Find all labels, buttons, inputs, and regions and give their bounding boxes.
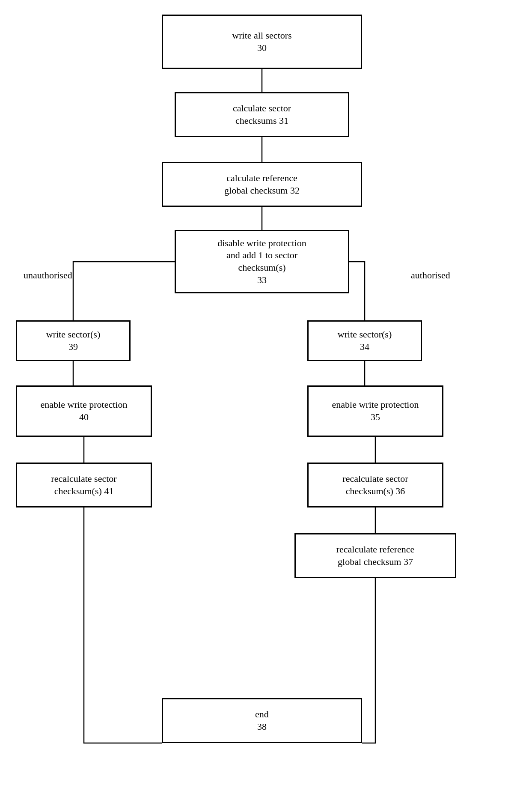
box-write-sectors-left: write sector(s)39 xyxy=(16,320,131,361)
box-write-all-sectors-label: write all sectors30 xyxy=(232,30,291,54)
box-recalculate-left: recalculate sectorchecksum(s) 41 xyxy=(16,463,152,507)
box-enable-write-right: enable write protection35 xyxy=(307,385,443,437)
box-enable-write-left: enable write protection40 xyxy=(16,385,152,437)
box-write-sectors-left-label: write sector(s)39 xyxy=(46,328,100,353)
box-enable-write-right-label: enable write protection35 xyxy=(332,399,419,423)
box-end: end38 xyxy=(162,698,362,743)
box-recalculate-ref-right: recalculate referenceglobal checksum 37 xyxy=(294,533,456,578)
box-recalculate-left-label: recalculate sectorchecksum(s) 41 xyxy=(51,473,116,497)
label-authorised: authorised xyxy=(411,270,450,281)
box-recalculate-right: recalculate sectorchecksum(s) 36 xyxy=(307,463,443,507)
box-calculate-reference-label: calculate referenceglobal checksum 32 xyxy=(224,172,300,197)
box-disable-write-label: disable write protectionand add 1 to sec… xyxy=(217,237,306,286)
box-write-sectors-right-label: write sector(s)34 xyxy=(338,328,392,353)
box-disable-write: disable write protectionand add 1 to sec… xyxy=(175,230,349,293)
box-write-all-sectors: write all sectors30 xyxy=(162,15,362,69)
box-enable-write-left-label: enable write protection40 xyxy=(41,399,128,423)
label-unauthorised: unauthorised xyxy=(24,270,72,281)
box-end-label: end38 xyxy=(255,708,269,733)
box-recalculate-ref-right-label: recalculate referenceglobal checksum 37 xyxy=(336,543,415,568)
flowchart: write all sectors30 calculate sectorchec… xyxy=(0,0,532,788)
box-recalculate-right-label: recalculate sectorchecksum(s) 36 xyxy=(342,473,408,497)
box-write-sectors-right: write sector(s)34 xyxy=(307,320,422,361)
box-calculate-reference: calculate referenceglobal checksum 32 xyxy=(162,162,362,207)
box-calculate-checksums: calculate sectorchecksums 31 xyxy=(175,92,349,137)
box-calculate-checksums-label: calculate sectorchecksums 31 xyxy=(233,102,291,127)
